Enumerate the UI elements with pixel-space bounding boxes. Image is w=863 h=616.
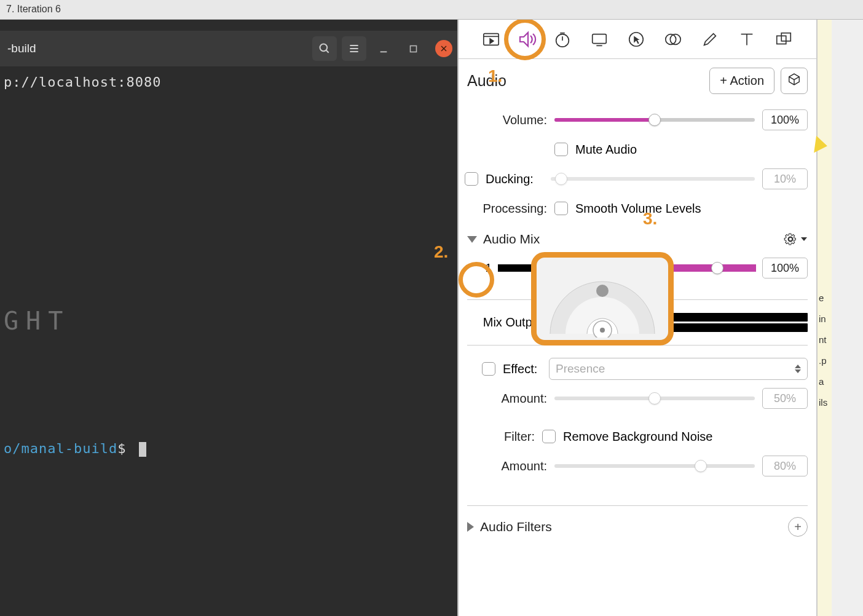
amount2-slider[interactable] xyxy=(554,464,755,468)
audio-mix-title: Audio Mix xyxy=(483,232,783,247)
search-icon[interactable] xyxy=(312,36,337,61)
add-action-button[interactable]: + Action xyxy=(709,68,774,94)
window-title: 7. Iteration 6 xyxy=(6,4,61,14)
amount1-label: Amount: xyxy=(467,392,547,406)
filter-label: Filter: xyxy=(467,430,535,444)
svg-marker-29 xyxy=(801,237,807,241)
mute-label: Mute Audio xyxy=(575,143,637,157)
svg-line-26 xyxy=(789,77,794,80)
ducking-value: 10% xyxy=(762,168,808,189)
terminal-header: -build xyxy=(0,31,457,66)
effect-checkbox[interactable] xyxy=(482,362,495,376)
close-icon[interactable] xyxy=(435,40,452,57)
inspector-panel: 1. Audio + Action Volume: 100% xyxy=(459,20,817,616)
terminal-watermark: GHT xyxy=(4,312,454,330)
amount1-slider[interactable] xyxy=(554,397,755,400)
effect-select[interactable]: Presence xyxy=(549,358,808,380)
ducking-slider[interactable] xyxy=(551,177,755,181)
svg-line-27 xyxy=(794,77,799,80)
window-titlebar: 7. Iteration 6 xyxy=(0,0,863,20)
amount2-value: 80% xyxy=(762,456,808,476)
inspector-tab-row xyxy=(459,20,816,59)
hamburger-icon[interactable] xyxy=(342,36,366,61)
ducking-label: Ducking: xyxy=(486,172,543,186)
callout-tab-icon[interactable] xyxy=(663,29,684,50)
ducking-checkbox[interactable] xyxy=(465,172,478,186)
filter-text: Remove Background Noise xyxy=(563,430,712,444)
right-sliver: e in nt .p a ils xyxy=(817,20,832,616)
screen-tab-icon[interactable] xyxy=(589,29,610,50)
effect-value: Presence xyxy=(556,362,605,376)
mix-track-value[interactable]: 100% xyxy=(762,258,808,278)
svg-point-0 xyxy=(320,44,328,52)
amount1-value: 50% xyxy=(762,388,808,409)
audio-filters-title: Audio Filters xyxy=(480,519,788,534)
terminal-window: -build p://localhost:8080 xyxy=(0,31,457,616)
processing-label: Processing: xyxy=(467,202,547,216)
text-tab-icon[interactable] xyxy=(736,29,757,50)
volume-value[interactable]: 100% xyxy=(762,109,808,130)
terminal-body[interactable]: p://localhost:8080 GHT o/manal-build$ xyxy=(0,66,457,465)
annotate-tab-icon[interactable] xyxy=(699,29,720,50)
mix-track-number: 1 xyxy=(467,261,492,275)
add-filter-button[interactable]: + xyxy=(788,517,808,537)
layers-tab-icon[interactable] xyxy=(773,29,794,50)
filter-checkbox[interactable] xyxy=(542,430,556,443)
disclosure-triangle-icon[interactable] xyxy=(467,236,477,243)
minimize-icon[interactable] xyxy=(371,36,396,61)
pan-dial-icon[interactable] xyxy=(538,270,667,338)
cursor-tab-icon[interactable] xyxy=(626,29,647,50)
volume-slider[interactable] xyxy=(554,118,755,122)
pan-dial-overlay xyxy=(531,252,674,346)
svg-marker-12 xyxy=(520,33,528,46)
updown-icon xyxy=(795,365,801,373)
svg-rect-16 xyxy=(593,34,607,43)
maximize-icon[interactable] xyxy=(401,36,425,61)
effect-label: Effect: xyxy=(503,362,542,376)
terminal-pane: -build p://localhost:8080 xyxy=(0,20,457,616)
timing-tab-icon[interactable] xyxy=(552,29,573,50)
video-tab-icon[interactable] xyxy=(481,29,502,50)
svg-point-19 xyxy=(666,34,676,44)
svg-marker-11 xyxy=(490,39,494,44)
gear-menu-button[interactable] xyxy=(783,232,808,247)
terminal-output-line: p://localhost:8080 xyxy=(4,74,454,91)
prompt-sign: $ xyxy=(117,441,126,456)
prompt-path: o/manal-build xyxy=(4,441,117,456)
disclosure-triangle-right-icon[interactable] xyxy=(467,522,474,532)
panel-title: Audio xyxy=(467,72,506,90)
svg-line-1 xyxy=(326,50,329,53)
volume-label: Volume: xyxy=(467,113,547,127)
cursor-icon xyxy=(139,442,146,457)
audio-tab-icon[interactable] xyxy=(518,29,538,50)
terminal-title: -build xyxy=(5,42,307,55)
warning-triangle-icon xyxy=(814,136,829,155)
amount2-label: Amount: xyxy=(467,459,547,473)
terminal-prompt: o/manal-build$ xyxy=(4,440,454,457)
cube-icon[interactable] xyxy=(781,68,808,94)
mute-checkbox[interactable] xyxy=(554,143,568,156)
svg-rect-6 xyxy=(410,45,416,52)
svg-point-32 xyxy=(600,328,605,333)
svg-point-30 xyxy=(596,285,609,297)
processing-text: Smooth Volume Levels xyxy=(575,202,701,216)
processing-checkbox[interactable] xyxy=(554,202,568,215)
svg-point-20 xyxy=(670,34,680,44)
